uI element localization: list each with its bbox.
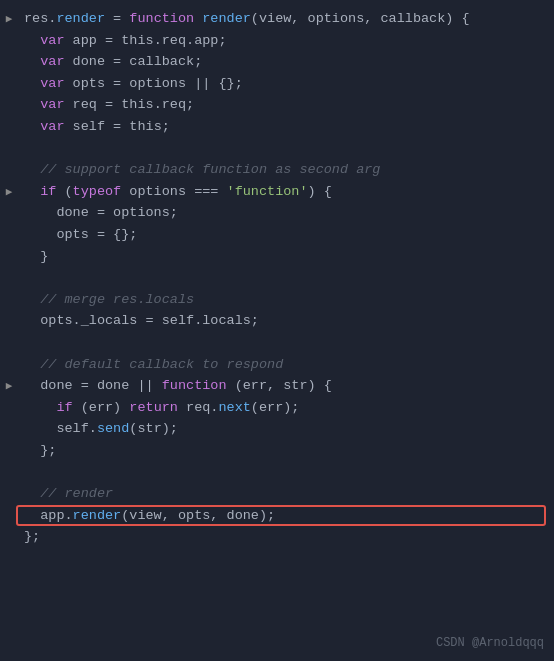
token: ) { <box>308 184 332 199</box>
token: }; <box>24 529 40 544</box>
code-text: }; <box>24 526 542 548</box>
token: } <box>24 249 48 264</box>
token: self = this; <box>65 119 170 134</box>
token: var <box>24 33 65 48</box>
token: req = this.req; <box>65 97 195 112</box>
code-line: // render <box>0 483 554 505</box>
code-line: var self = this; <box>0 116 554 138</box>
code-text: done = done || function (err, str) { <box>24 375 542 397</box>
token: done = callback; <box>65 54 203 69</box>
code-text: app.render(view, opts, done); <box>24 505 542 527</box>
token: // support callback function as second a… <box>24 162 380 177</box>
code-text: done = options; <box>24 202 542 224</box>
code-text: // render <box>24 483 542 505</box>
token: send <box>97 421 129 436</box>
code-line: }; <box>0 440 554 462</box>
arrow-icon: ▶ <box>6 378 13 396</box>
token: = <box>105 11 129 26</box>
token: (view, options, callback) { <box>251 11 470 26</box>
code-text: res.render = function render(view, optio… <box>24 8 542 30</box>
code-line <box>0 332 554 354</box>
code-line: ▶ if (typeof options === 'function') { <box>0 181 554 203</box>
token: done = done || <box>24 378 162 393</box>
code-line: app.render(view, opts, done); <box>0 505 554 527</box>
code-line: self.send(str); <box>0 418 554 440</box>
code-line: // default callback to respond <box>0 354 554 376</box>
code-line <box>0 267 554 289</box>
token: var <box>24 54 65 69</box>
token: function <box>129 11 194 26</box>
token: (err) <box>73 400 130 415</box>
token: res. <box>24 11 56 26</box>
gutter-marker: ▶ <box>0 378 18 396</box>
token: typeof <box>73 184 122 199</box>
code-line: ▶ done = done || function (err, str) { <box>0 375 554 397</box>
code-text: }; <box>24 440 542 462</box>
gutter-marker: ▶ <box>0 11 18 29</box>
gutter-marker: ▶ <box>0 184 18 202</box>
code-editor: ▶res.render = function render(view, opti… <box>0 0 554 661</box>
token: var <box>24 119 65 134</box>
token: (str); <box>129 421 178 436</box>
token: self. <box>24 421 97 436</box>
code-text: self.send(str); <box>24 418 542 440</box>
arrow-icon: ▶ <box>6 11 13 29</box>
code-line: // support callback function as second a… <box>0 159 554 181</box>
token: var <box>24 76 65 91</box>
code-line: // merge res.locals <box>0 289 554 311</box>
token: function <box>162 378 227 393</box>
code-line: opts = {}; <box>0 224 554 246</box>
token: render <box>56 11 105 26</box>
code-line: }; <box>0 526 554 548</box>
token: ( <box>56 184 72 199</box>
arrow-icon: ▶ <box>6 184 13 202</box>
code-line: var app = this.req.app; <box>0 30 554 52</box>
code-text: var done = callback; <box>24 51 542 73</box>
token: opts = {}; <box>24 227 137 242</box>
token: // default callback to respond <box>24 357 283 372</box>
token: render <box>73 508 122 523</box>
code-line: opts._locals = self.locals; <box>0 310 554 332</box>
code-line: var opts = options || {}; <box>0 73 554 95</box>
token: done = options; <box>24 205 178 220</box>
code-text: var opts = options || {}; <box>24 73 542 95</box>
code-text: if (err) return req.next(err); <box>24 397 542 419</box>
token: options === <box>121 184 226 199</box>
code-text: var app = this.req.app; <box>24 30 542 52</box>
code-line: if (err) return req.next(err); <box>0 397 554 419</box>
code-text: var self = this; <box>24 116 542 138</box>
code-text: // merge res.locals <box>24 289 542 311</box>
token: (view, opts, done); <box>121 508 275 523</box>
code-line: var req = this.req; <box>0 94 554 116</box>
token: (err); <box>251 400 300 415</box>
token: return <box>129 400 178 415</box>
code-line <box>0 461 554 483</box>
token: }; <box>24 443 56 458</box>
code-text: } <box>24 246 542 268</box>
code-line: ▶res.render = function render(view, opti… <box>0 8 554 30</box>
token: next <box>218 400 250 415</box>
token: if <box>24 400 73 415</box>
code-text: // default callback to respond <box>24 354 542 376</box>
code-line: } <box>0 246 554 268</box>
code-text: var req = this.req; <box>24 94 542 116</box>
token: if <box>24 184 56 199</box>
token: (err, str) { <box>227 378 332 393</box>
token: 'function' <box>227 184 308 199</box>
code-text: opts = {}; <box>24 224 542 246</box>
code-line <box>0 138 554 160</box>
token: app. <box>24 508 73 523</box>
token: opts = options || {}; <box>65 76 243 91</box>
code-text: if (typeof options === 'function') { <box>24 181 542 203</box>
token: req. <box>178 400 219 415</box>
token: app = <box>65 33 122 48</box>
code-text: // support callback function as second a… <box>24 159 542 181</box>
code-text: opts._locals = self.locals; <box>24 310 542 332</box>
watermark-label: CSDN @Arnoldqqq <box>436 634 544 653</box>
token: var <box>24 97 65 112</box>
token: // merge res.locals <box>24 292 194 307</box>
token: this.req.app; <box>121 33 226 48</box>
token: // render <box>24 486 113 501</box>
token: opts._locals = self.locals; <box>24 313 259 328</box>
code-line: var done = callback; <box>0 51 554 73</box>
